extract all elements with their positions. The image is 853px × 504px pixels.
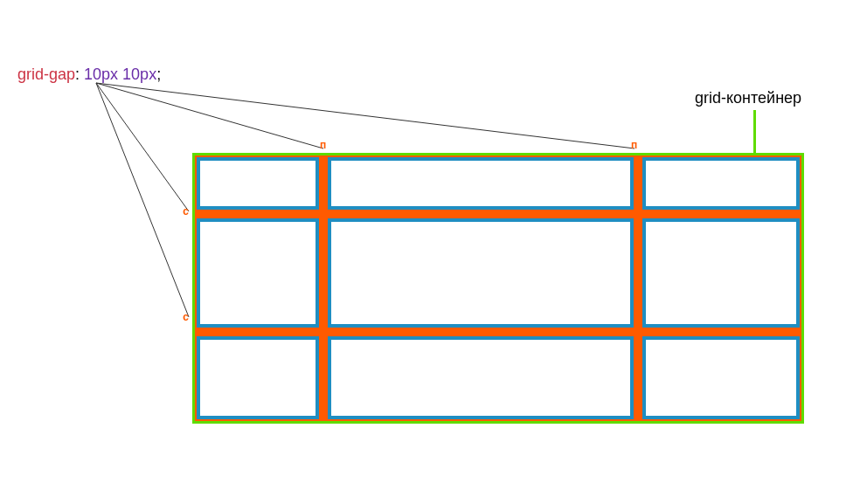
grid-container-label: grid-контейнер xyxy=(695,89,801,107)
grid-cell xyxy=(197,336,319,419)
gap-marker-row-1: с xyxy=(183,207,189,217)
property-declaration: grid-gap: 10px 10px; xyxy=(17,66,161,84)
svg-line-1 xyxy=(96,83,635,148)
diagram-canvas: grid-gap: 10px 10px; grid-контейнер п п … xyxy=(0,0,853,504)
grid-cell xyxy=(642,157,800,210)
gap-marker-column-2: п xyxy=(631,141,637,151)
svg-line-3 xyxy=(96,83,189,317)
property-colon: : xyxy=(75,66,84,83)
property-name: grid-gap xyxy=(17,66,75,83)
grid-cell xyxy=(642,336,800,419)
grid-cell xyxy=(197,218,319,328)
grid-container xyxy=(192,153,804,424)
grid-cell xyxy=(328,157,634,210)
grid-cell xyxy=(328,336,634,419)
gap-marker-row-2: с xyxy=(183,313,189,323)
svg-line-2 xyxy=(96,83,189,211)
grid-cell xyxy=(642,218,800,328)
property-value: 10px 10px xyxy=(84,66,156,83)
svg-line-0 xyxy=(96,83,323,148)
property-semicolon: ; xyxy=(156,66,161,83)
gap-marker-column-1: п xyxy=(320,141,326,151)
grid-cell xyxy=(328,218,634,328)
label-connector xyxy=(753,110,756,153)
grid-cell xyxy=(197,157,319,210)
